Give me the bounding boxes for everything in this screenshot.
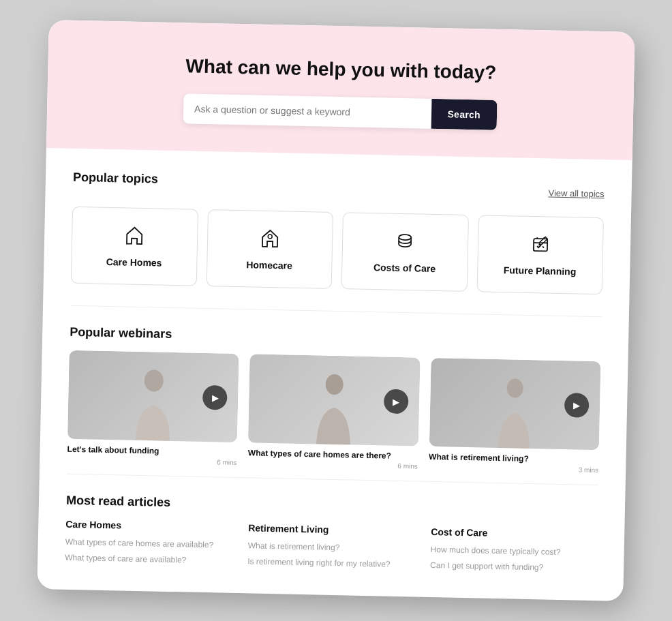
webinars-grid: ▶ Let's talk about funding 6 mins ▶ [67, 350, 600, 476]
webinar-thumb-3: ▶ [429, 358, 601, 450]
topic-card-homecare[interactable]: Homecare [206, 209, 333, 289]
articles-category-care-homes: Care Homes What types of care homes are … [65, 519, 232, 571]
section-divider-1 [70, 305, 602, 317]
article-link-5[interactable]: How much does care typically cost? [431, 544, 597, 559]
webinar-card-care-home-types[interactable]: ▶ What types of care homes are there? 6 … [247, 354, 420, 473]
topics-grid: Care Homes Homecare [71, 207, 604, 294]
search-input[interactable] [183, 93, 431, 129]
webinar-duration-1: 6 mins [67, 455, 237, 466]
webinar-info-1: Let's talk about funding 6 mins [67, 439, 237, 469]
topics-header: Popular topics View all topics [72, 170, 605, 207]
main-content: Popular topics View all topics Care Home… [37, 148, 632, 601]
topic-card-care-homes[interactable]: Care Homes [71, 207, 198, 286]
homecare-icon [258, 228, 281, 254]
articles-category-cost-of-care: Cost of Care How much does care typicall… [430, 526, 597, 579]
planning-icon [529, 233, 551, 259]
page-container: What can we help you with today? Search … [37, 20, 635, 601]
svg-point-0 [268, 234, 272, 239]
topic-card-costs-of-care[interactable]: Costs of Care [341, 212, 469, 292]
section-divider-2 [67, 474, 598, 485]
webinar-info-2: What types of care homes are there? 6 mi… [247, 443, 418, 473]
svg-point-4 [325, 374, 343, 395]
hero-section: What can we help you with today? Search [46, 20, 635, 160]
svg-point-5 [507, 378, 524, 397]
person-silhouette-1 [129, 365, 178, 441]
webinar-card-funding[interactable]: ▶ Let's talk about funding 6 mins [67, 350, 239, 469]
webinar-thumb-1: ▶ [67, 350, 239, 442]
home-icon [123, 225, 146, 251]
search-button[interactable]: Search [431, 99, 497, 130]
articles-section: Most read articles Care Homes What types… [65, 494, 598, 579]
play-button-1[interactable]: ▶ [202, 385, 228, 410]
search-bar: Search [183, 93, 498, 130]
most-read-title: Most read articles [66, 494, 598, 519]
topic-label-care-homes: Care Homes [106, 256, 162, 269]
category-title-retirement-living: Retirement Living [248, 523, 414, 537]
article-link-1[interactable]: What types of care homes are available? [65, 536, 232, 551]
webinar-duration-3: 3 mins [429, 463, 599, 474]
article-link-3[interactable]: What is retirement living? [248, 541, 414, 556]
view-all-topics-link[interactable]: View all topics [548, 188, 604, 200]
coins-icon [394, 230, 416, 256]
hero-title: What can we help you with today? [75, 53, 607, 86]
webinar-info-3: What is retirement living? 3 mins [429, 446, 599, 476]
articles-category-retirement-living: Retirement Living What is retirement liv… [247, 523, 414, 575]
category-title-cost-of-care: Cost of Care [431, 526, 597, 541]
popular-webinars-title: Popular webinars [70, 325, 601, 350]
topic-label-homecare: Homecare [246, 259, 292, 271]
play-button-2[interactable]: ▶ [384, 389, 409, 414]
webinar-duration-2: 6 mins [248, 459, 418, 470]
articles-grid: Care Homes What types of care homes are … [65, 519, 597, 579]
person-silhouette-3 [490, 373, 539, 449]
person-silhouette-2 [309, 369, 358, 444]
topic-label-future-planning: Future Planning [504, 264, 577, 277]
play-button-3[interactable]: ▶ [564, 393, 590, 418]
svg-point-1 [399, 234, 411, 240]
popular-topics-title: Popular topics [73, 170, 158, 187]
webinar-thumb-2: ▶ [248, 354, 420, 446]
article-link-4[interactable]: Is retirement living right for my relati… [247, 556, 414, 571]
article-link-2[interactable]: What types of care are available? [65, 552, 231, 567]
topic-label-costs-of-care: Costs of Care [373, 262, 436, 274]
article-link-6[interactable]: Can I get support with funding? [430, 560, 596, 575]
topic-card-future-planning[interactable]: Future Planning [476, 215, 604, 295]
webinar-card-retirement[interactable]: ▶ What is retirement living? 3 mins [429, 358, 601, 476]
svg-point-3 [144, 369, 164, 392]
category-title-care-homes: Care Homes [65, 519, 232, 533]
